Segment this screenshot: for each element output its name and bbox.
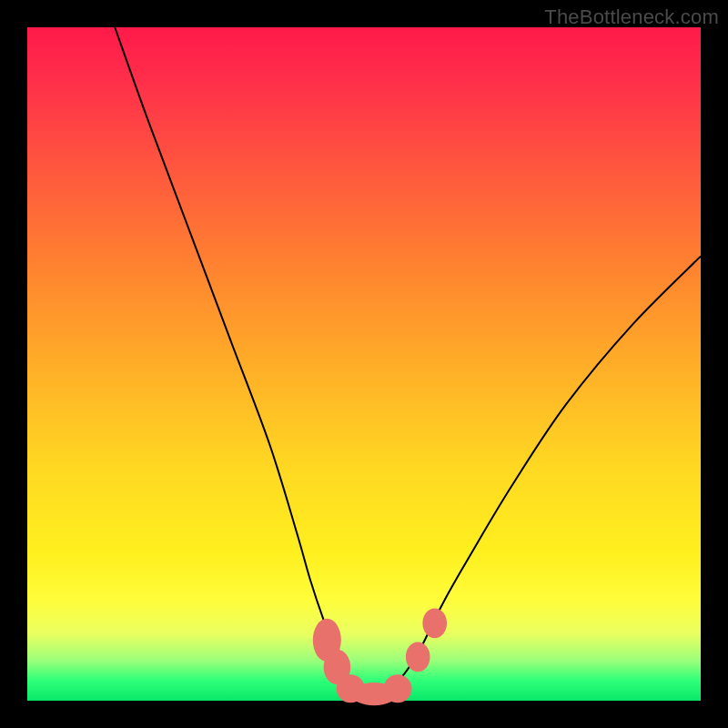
marker-group [313, 609, 447, 706]
curve-svg [27, 27, 701, 701]
curve-marker [422, 609, 447, 639]
plot-area [27, 27, 701, 701]
watermark-text: TheBottleneck.com [544, 5, 719, 29]
chart-frame: TheBottleneck.com [0, 0, 728, 728]
curve-marker [384, 674, 412, 703]
bottleneck-curve [115, 27, 701, 695]
curve-marker [406, 642, 430, 672]
